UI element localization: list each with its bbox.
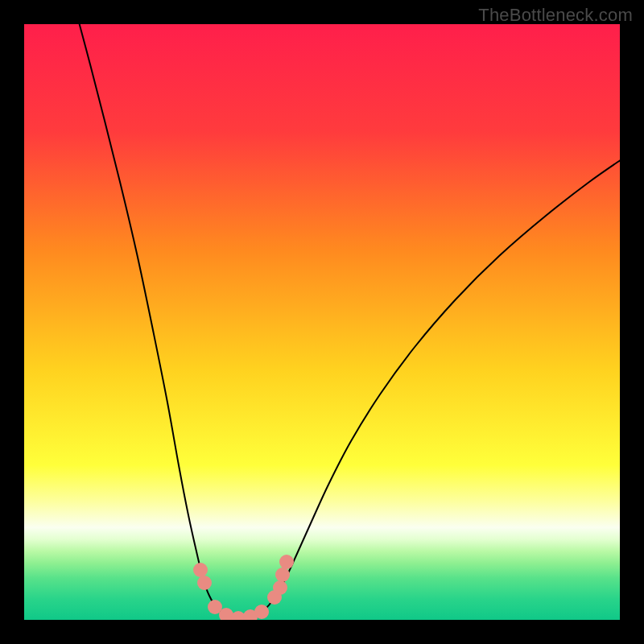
chart-frame: TheBottleneck.com (0, 0, 644, 644)
chart-svg (24, 24, 620, 620)
marker-point (197, 576, 212, 590)
marker-point (193, 563, 208, 577)
chart-plot-area (24, 24, 620, 620)
marker-point (279, 555, 294, 569)
marker-point (273, 580, 287, 595)
watermark-text: TheBottleneck.com (478, 5, 633, 26)
marker-point (254, 605, 269, 619)
chart-background (24, 24, 620, 620)
marker-point (275, 568, 290, 582)
